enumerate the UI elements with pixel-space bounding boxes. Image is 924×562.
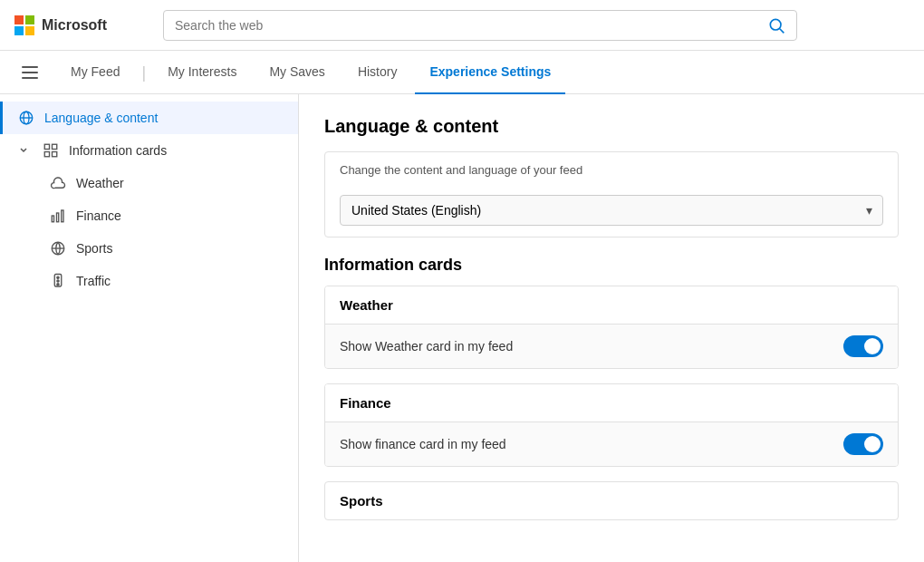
finance-toggle-slider xyxy=(843,433,883,455)
sidebar-sub-label-sports: Sports xyxy=(76,241,284,256)
info-card-weather: Weather Show Weather card in my feed xyxy=(324,286,899,369)
sidebar-sub-label-finance: Finance xyxy=(76,208,284,223)
svg-point-16 xyxy=(57,280,59,282)
nav-item-experience-settings[interactable]: Experience Settings xyxy=(415,51,565,94)
info-card-finance-header: Finance xyxy=(325,384,898,422)
traffic-icon xyxy=(49,272,67,290)
sidebar: Language & content Information cards xyxy=(0,94,299,562)
svg-rect-5 xyxy=(44,144,49,149)
svg-rect-10 xyxy=(57,213,59,222)
grid-icon xyxy=(42,141,60,160)
hamburger-button[interactable] xyxy=(14,59,45,86)
info-card-finance-row: Show finance card in my feed xyxy=(325,422,898,466)
finance-icon xyxy=(49,207,67,225)
svg-rect-9 xyxy=(52,216,53,222)
language-card: Change the content and language of your … xyxy=(324,151,899,237)
info-card-finance: Finance Show finance card in my feed xyxy=(324,383,899,467)
svg-point-0 xyxy=(770,19,781,30)
header: Microsoft xyxy=(0,0,924,51)
logo-area: Microsoft xyxy=(14,15,141,35)
sidebar-sub-item-traffic[interactable]: Traffic xyxy=(0,265,298,297)
search-input[interactable] xyxy=(175,18,767,33)
search-button[interactable] xyxy=(767,16,785,34)
weather-toggle[interactable] xyxy=(843,335,883,357)
microsoft-logo-icon xyxy=(14,15,34,35)
svg-rect-11 xyxy=(62,210,63,222)
hamburger-line xyxy=(22,66,38,68)
sidebar-sub-item-weather[interactable]: Weather xyxy=(0,167,298,199)
sidebar-item-information-cards[interactable]: Information cards xyxy=(0,134,298,167)
info-cards-section-title: Information cards xyxy=(324,256,899,275)
nav-item-my-feed[interactable]: My Feed xyxy=(56,51,134,94)
weather-toggle-slider xyxy=(843,335,883,357)
finance-toggle[interactable] xyxy=(843,433,883,455)
finance-toggle-label: Show finance card in my feed xyxy=(340,437,506,451)
language-section-title: Language & content xyxy=(324,116,899,137)
sidebar-sub-item-sports[interactable]: Sports xyxy=(0,232,298,265)
language-dropdown-row: United States (English) United Kingdom (… xyxy=(325,188,898,237)
sports-icon xyxy=(49,239,67,257)
sidebar-sub-label-weather: Weather xyxy=(76,176,284,190)
nav: My Feed | My Interests My Saves History … xyxy=(0,51,924,94)
info-card-weather-row: Show Weather card in my feed xyxy=(325,325,898,368)
search-icon xyxy=(767,16,785,34)
language-card-desc: Change the content and language of your … xyxy=(325,152,898,188)
svg-point-17 xyxy=(57,284,59,286)
weather-icon xyxy=(49,174,67,192)
svg-rect-7 xyxy=(44,152,49,157)
sidebar-item-language-content[interactable]: Language & content xyxy=(0,102,298,134)
nav-divider: | xyxy=(138,64,149,81)
nav-item-history[interactable]: History xyxy=(343,51,412,94)
weather-toggle-label: Show Weather card in my feed xyxy=(340,339,513,354)
info-card-weather-header: Weather xyxy=(325,286,898,325)
info-card-sports: Sports xyxy=(324,481,899,520)
main-layout: Language & content Information cards xyxy=(0,94,924,562)
sidebar-sub-label-traffic: Traffic xyxy=(76,274,284,288)
sidebar-label-information-cards: Information cards xyxy=(69,143,284,158)
info-card-sports-header: Sports xyxy=(325,482,898,519)
language-dropdown-wrapper: United States (English) United Kingdom (… xyxy=(340,195,883,226)
svg-line-1 xyxy=(780,28,784,33)
nav-item-my-saves[interactable]: My Saves xyxy=(255,51,339,94)
svg-rect-8 xyxy=(53,152,57,157)
language-dropdown[interactable]: United States (English) United Kingdom (… xyxy=(340,195,883,226)
globe-icon xyxy=(17,109,35,127)
sidebar-sub-item-finance[interactable]: Finance xyxy=(0,199,298,232)
logo-text: Microsoft xyxy=(42,17,107,34)
hamburger-line xyxy=(22,72,38,73)
svg-rect-6 xyxy=(53,144,57,149)
search-bar xyxy=(163,10,797,41)
content-area: Language & content Change the content an… xyxy=(299,94,924,562)
expand-icon[interactable] xyxy=(14,145,33,156)
nav-item-my-interests[interactable]: My Interests xyxy=(153,51,251,94)
hamburger-line xyxy=(22,77,38,79)
svg-point-15 xyxy=(57,276,59,278)
sidebar-label-language-content: Language & content xyxy=(44,111,284,125)
